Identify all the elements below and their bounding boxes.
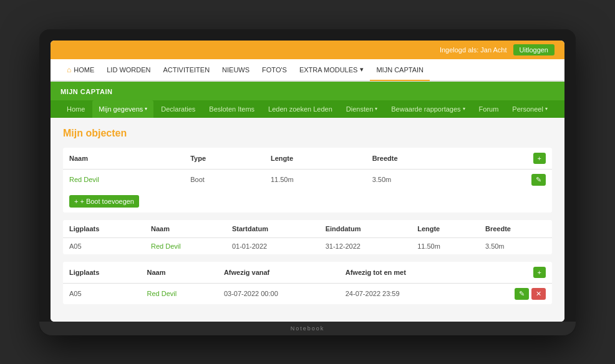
laptop-base: Notebook (39, 322, 576, 335)
col-actions: + (472, 262, 552, 284)
table-row: A05 Red Devil 01-01-2022 31-12-2022 11.5… (63, 237, 552, 254)
plus-icon: + (74, 198, 78, 205)
sub-nav-forum[interactable]: Forum (473, 100, 505, 118)
laptop-shell: Ingelogd als: Jan Acht Uitloggen ⌂ HOME … (39, 29, 576, 335)
object-lengte: 11.50m (264, 169, 366, 190)
col-ligplaats: Ligplaats (63, 220, 145, 238)
col-naam: Naam (145, 220, 226, 238)
object-naam: Red Devil (63, 169, 184, 190)
page-title: Mijn objecten (63, 128, 552, 139)
ligplaats-naam: Red Devil (145, 237, 226, 254)
sub-nav-declaraties[interactable]: Declaraties (155, 100, 201, 118)
afwezigheid-action-cell: ✎ ✕ (472, 283, 552, 304)
ligplaats-table-section: Ligplaats Naam Startdatum Einddatum Leng… (63, 220, 552, 254)
col-actions: + (475, 148, 552, 170)
laptop-label: Notebook (291, 325, 325, 332)
nav-home[interactable]: ⌂ HOME (61, 59, 100, 82)
col-naam: Naam (141, 262, 218, 284)
chevron-down-icon: ▾ (375, 106, 377, 112)
col-ligplaats: Ligplaats (63, 262, 141, 284)
add-boot-button[interactable]: + + Boot toevoegen (69, 195, 139, 208)
col-einddatum: Einddatum (319, 220, 411, 238)
laptop-screen: Ingelogd als: Jan Acht Uitloggen ⌂ HOME … (51, 41, 564, 322)
nav-mijn-captain[interactable]: MIJN CAPTAIN (370, 60, 430, 81)
object-type: Boot (184, 169, 264, 190)
object-breedte: 3.50m (366, 169, 475, 190)
sub-nav-personeel[interactable]: Personeel ▾ (506, 100, 554, 118)
object-action-cell: ✎ (475, 169, 552, 190)
afwezigheid-tot: 24-07-2022 23:59 (339, 283, 473, 304)
logout-button[interactable]: Uitloggen (513, 44, 554, 55)
content-area: Mijn objecten Naam Type Lengte Breedte + (51, 118, 564, 322)
chevron-down-icon: ▾ (545, 106, 548, 112)
logged-in-text: Ingelogd als: Jan Acht (440, 46, 507, 54)
col-breedte: Breedte (366, 148, 475, 170)
afwezigheid-table-section: Ligplaats Naam Afwezig vanaf Afwezig tot… (63, 262, 552, 304)
ligplaats-breedte: 3.50m (479, 237, 552, 254)
chevron-down-icon: ▾ (145, 106, 147, 112)
main-nav: ⌂ HOME LID WORDEN ACTIVITEITEN NIEUWS FO… (51, 59, 564, 82)
ligplaats-table: Ligplaats Naam Startdatum Einddatum Leng… (63, 220, 552, 254)
chevron-down-icon: ▾ (463, 106, 465, 112)
objects-table-section: Naam Type Lengte Breedte + (63, 148, 552, 213)
col-lengte: Lengte (264, 148, 366, 170)
nav-lid-worden[interactable]: LID WORDEN (100, 60, 157, 81)
add-afwezigheid-button[interactable]: + (533, 267, 546, 278)
section-header-label: MIJN CAPTAIN (61, 88, 112, 95)
top-bar: Ingelogd als: Jan Acht Uitloggen (51, 41, 564, 59)
col-startdatum: Startdatum (226, 220, 319, 238)
table-row: A05 Red Devil 03-07-2022 00:00 24-07-202… (63, 283, 552, 304)
sub-nav-leden-zoeken[interactable]: Leden zoeken Leden (262, 100, 339, 118)
sub-nav-mijn-gegevens[interactable]: Mijn gegevens ▾ (92, 100, 153, 118)
col-breedte: Breedte (479, 220, 552, 238)
nav-extra-modules[interactable]: EXTRA MODULES ▾ (293, 59, 370, 81)
section-header: MIJN CAPTAIN (51, 82, 564, 100)
col-naam: Naam (63, 148, 184, 170)
table-row: Red Devil Boot 11.50m 3.50m ✎ (63, 169, 552, 190)
afwezigheid-naam: Red Devil (141, 283, 218, 304)
col-afwezig-tot: Afwezig tot en met (339, 262, 473, 284)
sub-nav-bewaarde-rapportages[interactable]: Bewaarde rapportages ▾ (385, 100, 471, 118)
ligplaats-startdatum: 01-01-2022 (226, 237, 319, 254)
sub-nav-home[interactable]: Home (61, 100, 91, 118)
ligplaats-einddatum: 31-12-2022 (319, 237, 411, 254)
ligplaats-lengte: 11.50m (411, 237, 479, 254)
afwezigheid-ligplaats: A05 (63, 283, 141, 304)
col-lengte: Lengte (411, 220, 479, 238)
nav-fotos[interactable]: FOTO'S (256, 60, 293, 81)
chevron-down-icon: ▾ (360, 65, 364, 74)
objects-table: Naam Type Lengte Breedte + (63, 148, 552, 190)
ligplaats-code: A05 (63, 237, 145, 254)
sub-nav: Home Mijn gegevens ▾ Declaraties Beslote… (51, 100, 564, 118)
add-object-button[interactable]: + (533, 153, 546, 164)
sub-nav-diensten[interactable]: Diensten ▾ (340, 100, 384, 118)
edit-afwezigheid-button[interactable]: ✎ (515, 288, 529, 300)
col-afwezig-vanaf: Afwezig vanaf (218, 262, 339, 284)
afwezigheid-vanaf: 03-07-2022 00:00 (218, 283, 339, 304)
col-type: Type (184, 148, 264, 170)
delete-afwezigheid-button[interactable]: ✕ (531, 288, 546, 300)
sub-nav-besloten-items[interactable]: Besloten Items (203, 100, 261, 118)
add-boot-row: + + Boot toevoegen (63, 190, 552, 213)
nav-nieuws[interactable]: NIEUWS (216, 60, 256, 81)
nav-activiteiten[interactable]: ACTIVITEITEN (157, 60, 216, 81)
afwezigheid-table: Ligplaats Naam Afwezig vanaf Afwezig tot… (63, 262, 552, 304)
home-icon: ⌂ (67, 65, 71, 74)
edit-object-button[interactable]: ✎ (531, 174, 546, 186)
